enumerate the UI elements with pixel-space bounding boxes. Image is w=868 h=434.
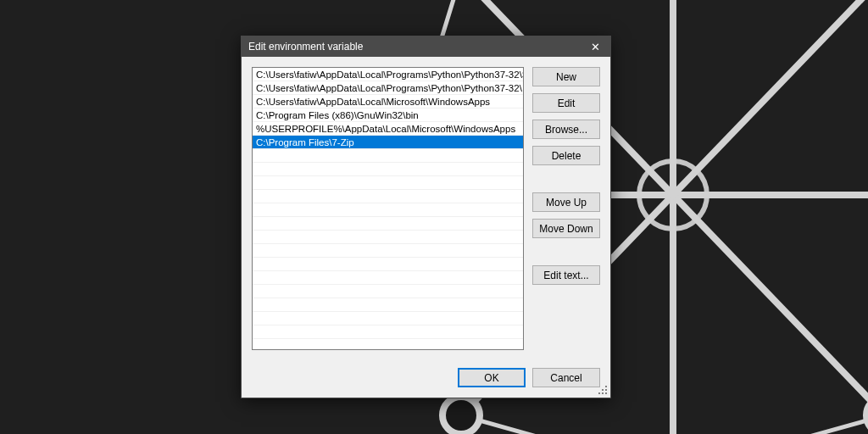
list-item[interactable]: %USERPROFILE%\AppData\Local\Microsoft\Wi… [253,122,523,136]
resize-grip-icon[interactable] [598,386,609,396]
list-item[interactable] [253,312,523,326]
svg-point-14 [442,397,480,434]
cancel-button[interactable]: Cancel [532,368,600,387]
list-item[interactable] [253,231,523,244]
svg-line-2 [673,0,868,195]
button-column: New Edit Browse... Delete Move Up Move D… [532,67,600,354]
list-item[interactable]: C:\Users\fatiw\AppData\Local\Microsoft\W… [253,95,523,108]
ok-button[interactable]: OK [458,368,526,387]
edit-button[interactable]: Edit [532,93,600,113]
dialog-footer: OK Cancel [242,364,610,398]
list-item[interactable] [253,298,523,312]
list-item[interactable] [253,271,523,285]
svg-rect-21 [602,392,604,394]
svg-rect-22 [605,392,607,394]
move-up-button[interactable]: Move Up [532,192,600,212]
list-item[interactable] [253,149,523,163]
list-item[interactable]: C:\Program Files\7-Zip [253,136,523,149]
list-item[interactable] [253,203,523,217]
list-item[interactable]: C:\Users\fatiw\AppData\Local\Programs\Py… [253,68,523,81]
list-item[interactable] [253,244,523,258]
svg-rect-19 [605,389,607,391]
list-item[interactable] [253,326,523,339]
close-icon[interactable]: ✕ [587,38,604,55]
dialog-body: C:\Users\fatiw\AppData\Local\Programs\Py… [242,57,610,364]
edit-env-var-dialog: Edit environment variable ✕ C:\Users\fat… [241,36,611,398]
edit-text-button[interactable]: Edit text... [532,265,600,285]
dialog-title: Edit environment variable [248,41,587,53]
svg-rect-18 [602,389,604,391]
list-item[interactable]: C:\Program Files (x86)\GnuWin32\bin [253,108,523,122]
list-item[interactable]: C:\Users\fatiw\AppData\Local\Programs\Py… [253,81,523,95]
list-item[interactable] [253,258,523,271]
browse-button[interactable]: Browse... [532,120,600,139]
list-item[interactable] [253,163,523,176]
svg-rect-17 [605,386,607,387]
list-item[interactable] [253,176,523,190]
svg-line-4 [673,195,868,415]
list-item[interactable] [253,217,523,231]
list-item[interactable] [253,285,523,298]
list-item[interactable] [253,190,523,203]
titlebar[interactable]: Edit environment variable ✕ [242,36,610,57]
delete-button[interactable]: Delete [532,146,600,165]
new-button[interactable]: New [532,67,600,86]
svg-rect-20 [598,392,600,394]
path-listbox[interactable]: C:\Users\fatiw\AppData\Local\Programs\Py… [252,67,524,350]
move-down-button[interactable]: Move Down [532,219,600,238]
